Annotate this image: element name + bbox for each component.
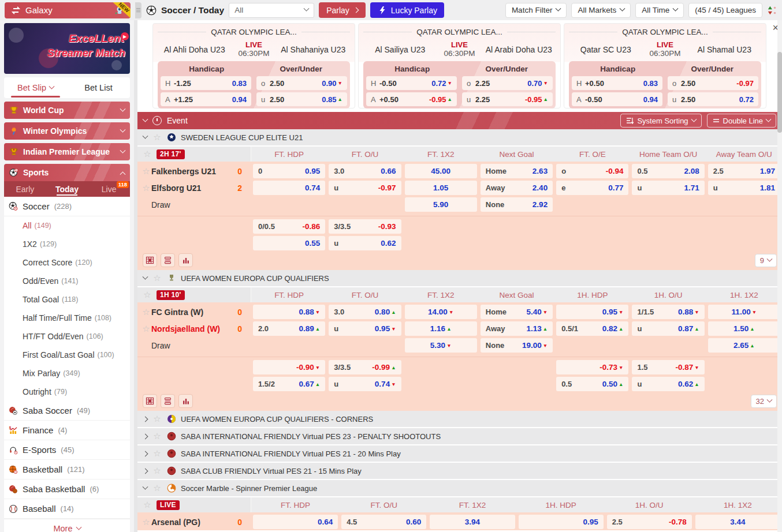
sidebar-item-finance[interactable]: $Finance(4) [4,421,130,440]
rows-view-button[interactable] [161,394,175,408]
odds-cell[interactable]: None2.92 [481,197,553,212]
all-markets-button[interactable]: All Markets [571,3,631,18]
away-team-name[interactable]: Al Shamal U23 [688,45,762,54]
favorite-star-icon[interactable]: ☆ [152,448,162,459]
odds-cell-over-under[interactable]: u2.25-0.95▲ [462,92,553,106]
sidebar-item-soccer[interactable]: Soccer(228) [4,197,130,216]
odds-cell-over-under[interactable]: o2.50-0.97 [668,76,758,90]
sidebar-accordion-indian-premier-league[interactable]: Indian Premier League [4,143,130,160]
sidebar-item-saba-basketball[interactable]: Saba Basketball(6) [4,479,130,499]
match-filter-button[interactable]: Match Filter [505,3,567,18]
more-sports-button[interactable]: More [4,519,130,532]
odds-cell-handicap[interactable]: A+1.250.94 [161,92,251,106]
odds-cell[interactable]: 0.74 [253,181,325,195]
away-team-name[interactable]: Al Shahaniya U23 [277,45,351,54]
chevron-right-icon[interactable] [143,468,148,474]
lucky-parlay-button[interactable]: Lucky Parlay [370,2,444,18]
rows-view-button[interactable] [161,253,175,267]
tab-bet-list[interactable]: Bet List [67,77,130,98]
odds-cell[interactable]: 3.00.66 [329,164,401,178]
odds-cell[interactable]: 3/3.5-0.93 [329,219,401,234]
chevron-right-icon[interactable] [143,416,148,422]
odds-cell[interactable]: 3.94 [430,515,515,529]
odds-cell[interactable]: 00.95 [253,164,325,178]
odds-cell[interactable]: u0.62 [329,236,401,250]
league-header-uefa-women-europa-cup-qualifiers-corners[interactable]: ☆UEFA WOMEN EUROPA CUP QUALIFIERS - CORN… [137,411,782,427]
odds-cell[interactable]: 45.00 [405,164,477,178]
soccer-filter-correct-score[interactable]: Correct Score(120) [4,253,130,272]
home-team-name[interactable]: Qatar SC U23 [569,45,643,54]
league-header-soccer-marble-spinner-premier-league[interactable]: ☆Soccer Marble - Spinner Premier League [137,480,782,496]
odds-cell[interactable]: Away2.40 [481,181,553,195]
parlay-button[interactable]: Parlay [319,2,366,18]
chevron-right-icon[interactable] [143,451,148,456]
favorite-star-icon[interactable]: ☆ [152,273,162,283]
sidebar-collapse-handle[interactable] [135,2,141,18]
soccer-filter-odd-even[interactable]: Odd/Even(141) [4,272,130,290]
leagues-button[interactable]: (45 / 45) Leagues [688,3,762,18]
odds-cell[interactable]: 0.95 [519,515,604,529]
odds-cell[interactable]: -0.90▼ [253,360,325,374]
line-count-select[interactable]: 9 [755,254,777,267]
soccer-filter-outright[interactable]: Outright(79) [4,383,130,401]
line-count-select[interactable]: 32 [751,395,777,408]
team-name[interactable]: FC Gintra (W) [151,308,203,317]
odds-cell[interactable]: 0.5/10.82▲ [556,321,628,336]
favorite-star-icon[interactable]: ☆ [152,483,162,493]
odds-cell-handicap[interactable]: H+0.500.83 [572,76,662,90]
chevron-down-icon[interactable] [143,274,148,279]
period-tab-early[interactable]: Early [4,181,46,197]
scrollbar-thumb[interactable] [777,52,782,133]
odds-cell-handicap[interactable]: A+0.50-0.95▲ [366,92,457,106]
favorite-star-icon[interactable]: ☆ [141,166,151,177]
soccer-filter-first-goal-last-goal[interactable]: First Goal/Last Goal(100) [4,346,130,364]
odds-cell-over-under[interactable]: u2.500.85▲ [256,92,347,106]
stats-view-button[interactable] [178,253,193,267]
chevron-right-icon[interactable] [143,433,148,439]
odds-cell[interactable]: 0.95▼ [556,305,628,319]
all-time-button[interactable]: All Time [635,3,684,18]
odds-cell[interactable]: 2.5-0.78 [607,515,692,529]
favorite-star-icon[interactable]: ☆ [141,183,151,193]
odds-cell[interactable]: u0.62▲ [632,377,704,391]
odds-cell-over-under[interactable]: o2.500.90▼ [256,76,347,90]
match-type-select[interactable]: All [229,3,314,18]
draw-label[interactable]: Draw [141,200,170,209]
soccer-filter-mix-parlay[interactable]: Mix Parlay(349) [4,364,130,383]
sidebar-item-saba-soccer[interactable]: Saba Soccer(49) [4,401,130,421]
favorite-star-icon[interactable]: ☆ [142,149,152,159]
team-name[interactable]: Nordsjaelland (W) [151,324,220,334]
odds-cell[interactable]: 2.00.89▲ [253,321,325,336]
odds-sort-icon[interactable] [767,5,777,16]
sidebar-accordion-sports[interactable]: Sports [4,164,130,181]
soccer-filter-half-time-full-time[interactable]: Half Time/Full Time(108) [4,309,130,327]
league-header-uefa-women-europa-cup-qualifiers[interactable]: ☆UEFA WOMEN EUROPA CUP QUALIFIERS [137,270,782,286]
odds-cell[interactable]: 5.30▼ [405,338,477,353]
away-team-name[interactable]: Al Arabi Doha U23 [482,45,556,54]
galaxy-logo[interactable]: Galaxy NEW [5,2,131,18]
sidebar-item-basketball[interactable]: Basketball(121) [4,460,130,479]
home-team-name[interactable]: Al Ahli Doha U23 [158,45,232,54]
odds-cell[interactable]: 1.50▲ [708,321,780,336]
chevron-down-icon[interactable] [143,484,148,489]
odds-cell-handicap[interactable]: A-0.500.94 [572,92,662,106]
odds-cell[interactable]: -0.73▼ [556,360,628,374]
home-team-name[interactable]: Al Sailiya U23 [363,45,437,54]
odds-cell[interactable]: 3/3.5-0.99▲ [329,360,401,374]
odds-cell[interactable]: u1.71 [632,181,704,195]
odds-cell[interactable]: 14.00▼ [405,305,477,319]
period-tab-today[interactable]: Today [46,181,88,197]
odds-cell[interactable]: 0.55 [253,236,325,250]
sidebar-accordion-world-cup[interactable]: World Cup [4,102,130,119]
league-header-saba-international-friendly-virtual-pes-23-penalty-shootouts[interactable]: ☆SABA INTERNATIONAL FRIENDLY Virtual PES… [137,428,782,444]
odds-cell[interactable]: Home5.40▼ [481,305,553,319]
stats-view-button[interactable] [178,394,193,408]
odds-cell[interactable]: 1.5/20.67▲ [253,377,325,391]
odds-cell[interactable]: u0.95▼ [329,321,401,336]
odds-cell[interactable]: 11.00▼ [708,305,780,319]
odds-cell[interactable]: Away1.13▲ [481,321,553,336]
favorite-star-icon[interactable]: ☆ [141,307,151,317]
goal-view-button[interactable] [143,394,157,408]
favorite-star-icon[interactable]: ☆ [152,466,162,476]
draw-label[interactable]: Draw [141,341,170,350]
